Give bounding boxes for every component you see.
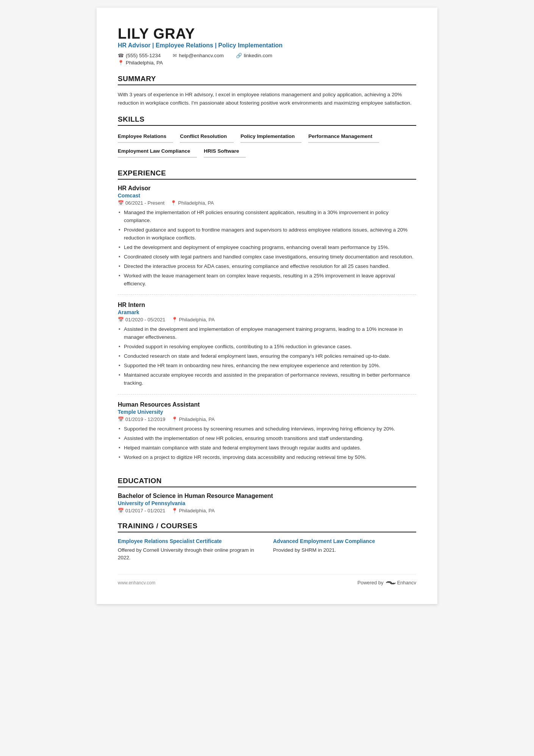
training-item: Advanced Employment Law Compliance Provi… [273,538,416,562]
skill-item: Performance Management [308,131,379,143]
job-title: HR Intern [118,302,416,308]
list-item: Assisted with the implementation of new … [118,435,416,443]
location-row: 📍 Philadelphia, PA [118,60,416,66]
phone-number: (555) 555-1234 [126,53,161,58]
skills-title: SKILLS [118,115,416,126]
footer-website: www.enhancv.com [118,580,155,585]
enhancv-logo: Enhancv [386,580,416,586]
experience-section: EXPERIENCE HR Advisor Comcast 📅 06/2021 … [118,169,416,468]
job-dates: 📅 01/2020 - 05/2021 [118,317,166,322]
list-item: Coordinated closely with legal partners … [118,253,416,261]
list-item: Assisted in the development and implemen… [118,326,416,341]
email-address: help@enhancv.com [179,53,224,58]
training-title: TRAINING / COURSES [118,522,416,532]
company-name: Aramark [118,309,416,315]
summary-title: SUMMARY [118,75,416,85]
email-icon: ✉ [173,53,177,58]
list-item: Led the development and deployment of em… [118,244,416,252]
list-item: Supported the HR team in onboarding new … [118,362,416,370]
job-dates: 📅 06/2021 - Present [118,200,164,206]
email-contact: ✉ help@enhancv.com [173,53,224,58]
map-pin-icon: 📍 [170,200,176,206]
footer: www.enhancv.com Powered by Enhancv [118,574,416,586]
enhancv-logo-svg [386,580,396,586]
list-item: Supported the recruitment process by scr… [118,425,416,433]
jobs-container: HR Advisor Comcast 📅 06/2021 - Present 📍… [118,185,416,468]
list-item: Provided guidance and support to frontli… [118,226,416,242]
calendar-icon: 📅 [118,416,124,422]
job-location: 📍 Philadelphia, PA [172,416,215,422]
edu-degree: Bachelor of Science in Human Resource Ma… [118,493,416,499]
skill-item: Employment Law Compliance [118,146,197,158]
skills-section: SKILLS Employee RelationsConflict Resolu… [118,115,416,161]
education-section: EDUCATION Bachelor of Science in Human R… [118,477,416,513]
candidate-name: LILY GRAY [118,26,416,42]
job-location: 📍 Philadelphia, PA [172,317,215,322]
training-item-title: Advanced Employment Law Compliance [273,538,416,545]
list-item: Worked on a project to digitize HR recor… [118,454,416,462]
job-block: HR Advisor Comcast 📅 06/2021 - Present 📍… [118,185,416,295]
edu-school: University of Pennsylvania [118,500,416,506]
skill-item: Policy Implementation [240,131,301,143]
skill-item: Conflict Resolution [180,131,234,143]
company-name: Temple University [118,409,416,415]
brand-name: Enhancv [397,580,416,585]
edu-meta: 📅 01/2017 - 01/2021 📍 Philadelphia, PA [118,508,416,513]
edu-location-icon: 📍 [172,508,178,513]
job-meta: 📅 01/2020 - 05/2021 📍 Philadelphia, PA [118,317,416,322]
edu-location: 📍 Philadelphia, PA [172,508,215,513]
calendar-icon: 📅 [118,200,124,206]
summary-text: With 3 years of experience in HR advisor… [118,91,416,107]
job-meta: 📅 06/2021 - Present 📍 Philadelphia, PA [118,200,416,206]
phone-icon: ☎ [118,53,124,58]
job-dates: 📅 01/2019 - 12/2019 [118,416,166,422]
skills-grid: Employee RelationsConflict ResolutionPol… [118,131,416,161]
powered-by-label: Powered by [358,580,384,585]
bullet-list: Supported the recruitment process by scr… [118,425,416,462]
company-name: Comcast [118,193,416,199]
training-item-title: Employee Relations Specialist Certificat… [118,538,261,545]
location-text: Philadelphia, PA [126,60,163,66]
linkedin-url: linkedin.com [244,53,272,58]
map-pin-icon: 📍 [172,416,178,422]
list-item: Provided support in resolving employee c… [118,343,416,351]
contact-row: ☎ (555) 555-1234 ✉ help@enhancv.com 🔗 li… [118,53,416,58]
list-item: Managed the implementation of HR policie… [118,209,416,225]
training-section: TRAINING / COURSES Employee Relations Sp… [118,522,416,562]
location-icon: 📍 [118,60,124,66]
job-block: Human Resources Assistant Temple Univers… [118,401,416,468]
skill-item: HRIS Software [204,146,246,158]
header: LILY GRAY HR Advisor | Employee Relation… [118,26,416,66]
summary-section: SUMMARY With 3 years of experience in HR… [118,75,416,107]
training-item-desc: Offered by Cornell University through th… [118,546,261,562]
list-item: Worked with the leave management team on… [118,272,416,288]
list-item: Conducted research on state and federal … [118,352,416,360]
candidate-title: HR Advisor | Employee Relations | Policy… [118,42,416,49]
edu-calendar-icon: 📅 [118,508,124,513]
experience-title: EXPERIENCE [118,169,416,180]
resume-container: LILY GRAY HR Advisor | Employee Relation… [97,8,437,604]
job-meta: 📅 01/2019 - 12/2019 📍 Philadelphia, PA [118,416,416,422]
linkedin-icon: 🔗 [236,53,242,58]
job-block: HR Intern Aramark 📅 01/2020 - 05/2021 📍 … [118,302,416,394]
bullet-list: Assisted in the development and implemen… [118,326,416,387]
skill-item: Employee Relations [118,131,173,143]
map-pin-icon: 📍 [172,317,178,322]
job-location: 📍 Philadelphia, PA [170,200,214,206]
training-grid: Employee Relations Specialist Certificat… [118,538,416,562]
phone-contact: ☎ (555) 555-1234 [118,53,161,58]
job-title: HR Advisor [118,185,416,192]
linkedin-contact: 🔗 linkedin.com [236,53,272,58]
job-title: Human Resources Assistant [118,401,416,408]
training-item-desc: Provided by SHRM in 2021. [273,546,416,554]
training-item: Employee Relations Specialist Certificat… [118,538,261,562]
bullet-list: Managed the implementation of HR policie… [118,209,416,288]
list-item: Maintained accurate employee records and… [118,371,416,387]
education-title: EDUCATION [118,477,416,487]
list-item: Helped maintain compliance with state an… [118,444,416,452]
list-item: Directed the interactive process for ADA… [118,263,416,271]
footer-brand: Powered by Enhancv [358,580,416,586]
edu-dates: 📅 01/2017 - 01/2021 [118,508,166,513]
calendar-icon: 📅 [118,317,124,322]
